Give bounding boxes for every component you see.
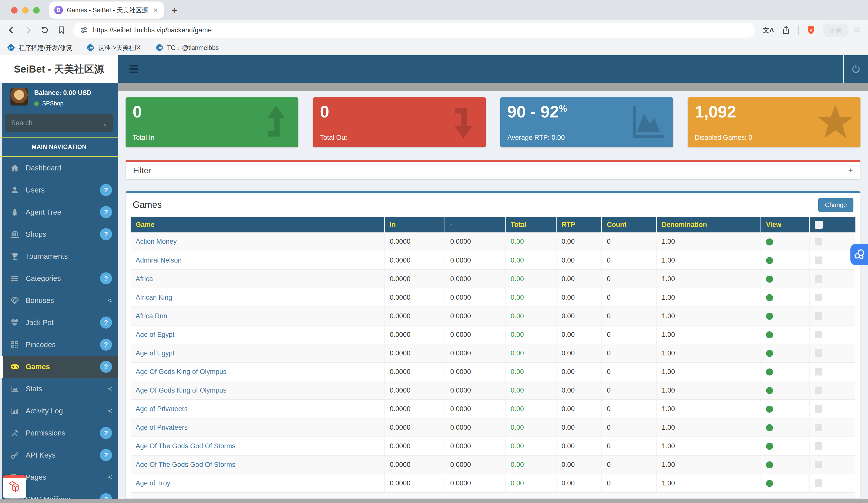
rtp-cell: 0.00: [556, 363, 602, 381]
row-checkbox[interactable]: [815, 312, 822, 320]
row-checkbox[interactable]: [815, 256, 822, 264]
laravel-debugbar-button[interactable]: [3, 475, 26, 499]
bookmark-item[interactable]: Tm认准->天美社区: [87, 44, 142, 52]
total-cell: 0.00: [505, 325, 556, 344]
window-close-button[interactable]: [11, 7, 18, 13]
total-cell: 0.00: [505, 344, 556, 363]
row-checkbox[interactable]: [815, 424, 822, 431]
total-cell: 0.00: [505, 251, 556, 270]
sidebar-item-users[interactable]: Users?: [0, 179, 118, 201]
sidebar-item-bonuses[interactable]: Bonuses<: [0, 290, 118, 312]
filter-panel[interactable]: Filter +: [126, 160, 860, 179]
info-box-disabled-games-0: 1,092Disabled Games: 0: [688, 97, 860, 147]
view-cell: [761, 381, 810, 400]
row-checkbox[interactable]: [815, 368, 822, 376]
search-input[interactable]: [11, 119, 100, 127]
sidebar-item-jack-pot[interactable]: Jack Pot?: [0, 312, 118, 334]
sidebar-item-agent-tree[interactable]: Agent Tree?: [0, 201, 118, 223]
sidebar-item-shops[interactable]: Shops?: [0, 223, 118, 245]
translate-icon[interactable]: 文A: [763, 26, 774, 35]
game-link[interactable]: Africa: [136, 275, 153, 283]
game-link[interactable]: Age Of Gods King of Olympus: [136, 368, 227, 376]
row-checkbox[interactable]: [815, 294, 822, 301]
chart-area-big-icon: [628, 102, 668, 142]
shop-name: SPShop: [42, 100, 63, 107]
back-icon[interactable]: [7, 25, 16, 35]
game-link[interactable]: Action Money: [136, 238, 177, 245]
row-checkbox[interactable]: [815, 238, 822, 245]
row-checkbox[interactable]: [815, 275, 822, 283]
sidebar-item-tournaments[interactable]: Tournaments: [0, 245, 118, 267]
row-checkbox[interactable]: [815, 349, 822, 357]
sidebar-item-stats[interactable]: Stats<: [0, 378, 118, 400]
select-all-checkbox[interactable]: [815, 221, 823, 229]
game-link[interactable]: Age of Privateers: [136, 405, 188, 413]
in-cell: 0.0000: [384, 418, 445, 437]
count-cell: 0: [601, 418, 657, 437]
help-badge[interactable]: ?: [100, 427, 112, 439]
help-badge[interactable]: ?: [100, 272, 112, 284]
game-link[interactable]: Age Of The Gods God Of Storms: [136, 442, 235, 450]
browser-tab[interactable]: B Games - SeiBet - 天美社区源码 ×: [49, 1, 164, 19]
sidebar-item-games[interactable]: Games?: [0, 356, 118, 378]
window-minimize-button[interactable]: [22, 7, 29, 13]
rtp-cell: 0.00: [556, 325, 602, 344]
help-badge[interactable]: ?: [100, 228, 112, 240]
game-link[interactable]: Age of Troy: [136, 479, 170, 487]
browser-update-button[interactable]: 更新: [823, 24, 861, 37]
minus-cell: 0.0000: [445, 270, 505, 288]
sidebar-item-permissions[interactable]: Permissions?: [0, 422, 118, 444]
row-checkbox[interactable]: [815, 405, 822, 413]
filter-expand-button[interactable]: +: [848, 166, 853, 175]
sidebar-toggle-icon[interactable]: [124, 59, 144, 79]
row-checkbox[interactable]: [815, 442, 822, 450]
search-icon[interactable]: [104, 119, 107, 127]
share-icon[interactable]: [782, 25, 790, 35]
floating-netdisk-button[interactable]: [850, 244, 868, 265]
browser-menu-icon[interactable]: [853, 25, 861, 35]
logout-button[interactable]: [843, 55, 868, 83]
help-badge[interactable]: ?: [100, 338, 112, 350]
help-badge[interactable]: ?: [100, 449, 112, 461]
bookmark-icon[interactable]: [57, 25, 66, 35]
help-badge[interactable]: ?: [100, 361, 112, 373]
game-link[interactable]: African King: [136, 294, 172, 301]
game-link[interactable]: Age of Privateers: [136, 424, 188, 431]
sidebar-item-categories[interactable]: Categories?: [0, 267, 118, 290]
denomination-cell: 1.00: [657, 270, 761, 288]
row-checkbox[interactable]: [815, 387, 822, 394]
url-bar[interactable]: https://seibet.timibbs.vip/backend/game: [73, 23, 755, 38]
game-link[interactable]: Africa Run: [136, 312, 167, 320]
sidebar-item-pincodes[interactable]: Pincodes?: [0, 334, 118, 356]
sidebar-item-api-keys[interactable]: API Keys?: [0, 444, 118, 466]
help-badge[interactable]: ?: [100, 316, 112, 328]
info-box-label: Total In: [133, 134, 154, 142]
bookmark-item[interactable]: TmTG：@tianmeibbs: [156, 44, 219, 52]
game-link[interactable]: Age Of Gods King of Olympus: [136, 387, 227, 394]
game-link[interactable]: Admiral Nelson: [136, 256, 182, 264]
forward-icon[interactable]: [24, 25, 33, 35]
view-status-dot: [766, 275, 773, 283]
col-col: -: [445, 217, 505, 232]
row-checkbox[interactable]: [815, 461, 822, 468]
reload-icon[interactable]: [40, 25, 49, 35]
view-cell: [761, 474, 810, 492]
bookmark-item[interactable]: Tm程序搭建/开发/修复: [8, 44, 72, 52]
sidebar-item-activity-log[interactable]: Activity Log<: [0, 400, 118, 422]
change-button[interactable]: Change: [818, 198, 854, 212]
game-link[interactable]: Age of Egypt: [136, 331, 175, 338]
new-tab-button[interactable]: +: [172, 5, 178, 16]
help-badge[interactable]: ?: [100, 184, 112, 196]
row-checkbox[interactable]: [815, 331, 822, 338]
game-link[interactable]: Age of Egypt: [136, 349, 175, 357]
help-badge[interactable]: ?: [100, 206, 112, 218]
window-zoom-button[interactable]: [33, 7, 40, 13]
game-link[interactable]: Age Of The Gods God Of Storms: [136, 461, 235, 468]
brave-shields-icon[interactable]: [806, 25, 816, 35]
row-checkbox[interactable]: [815, 479, 822, 487]
app-logo[interactable]: SeiBet - 天美社区源: [0, 55, 118, 83]
tab-close-icon[interactable]: ×: [152, 6, 159, 14]
table-row: Age Of The Gods God Of Storms0.00000.000…: [131, 455, 856, 474]
sidebar-item-dashboard[interactable]: Dashboard: [0, 157, 118, 179]
site-settings-icon[interactable]: [80, 26, 88, 34]
